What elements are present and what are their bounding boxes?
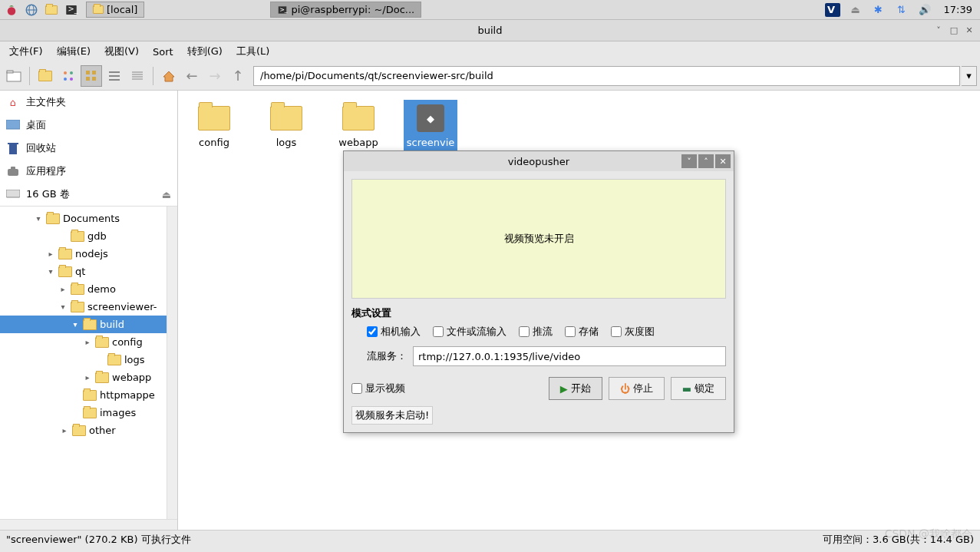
play-icon: ▶ — [560, 383, 568, 395]
svg-rect-29 — [8, 143, 18, 144]
videopusher-dialog: videopusher ˅ ˄ ✕ 视频预览未开启 模式设置 相机输入 文件或流… — [343, 150, 734, 433]
filemanager-icon[interactable] — [43, 2, 60, 18]
up-button[interactable]: ↑ — [227, 65, 249, 87]
menu-view[interactable]: 视图(V) — [98, 41, 145, 61]
mode-settings-label: 模式设置 — [351, 306, 726, 320]
taskbar-local-label: [local] — [107, 4, 137, 15]
checkbox-save[interactable]: 存储 — [565, 325, 599, 339]
place-volume[interactable]: 16 GB 卷⏏ — [0, 183, 177, 206]
view-grid-button[interactable] — [81, 65, 102, 87]
place-home[interactable]: ⌂主文件夹 — [0, 91, 177, 114]
checkbox-file-stream[interactable]: 文件或流输入 — [433, 325, 506, 339]
place-desktop[interactable]: 桌面 — [0, 114, 177, 137]
window-titlebar: build ˅ □ ✕ — [0, 20, 980, 41]
statusbar: "screenviewer" (270.2 KB) 可执行文件 可用空间：3.6… — [0, 530, 980, 548]
checkbox-push[interactable]: 推流 — [519, 325, 553, 339]
network-icon[interactable]: ⇅ — [893, 2, 910, 18]
back-button[interactable]: ← — [181, 65, 203, 87]
browser-icon[interactable] — [23, 2, 40, 18]
menu-goto[interactable]: 转到(G) — [181, 41, 229, 61]
new-tab-button[interactable] — [3, 65, 25, 87]
folder-tree[interactable]: ▾Documents gdb ▸nodejs ▾qt ▸demo ▾screen… — [0, 207, 177, 519]
svg-rect-31 — [11, 167, 15, 170]
place-apps[interactable]: 应用程序 — [0, 160, 177, 183]
dialog-minimize-icon[interactable]: ˅ — [681, 154, 697, 168]
svg-point-15 — [70, 78, 73, 81]
status-left: "screenviewer" (270.2 KB) 可执行文件 — [6, 533, 191, 547]
menu-sort[interactable]: Sort — [147, 43, 180, 61]
svg-text:>_: >_ — [68, 5, 78, 14]
power-icon: ⏻ — [620, 383, 630, 395]
svg-rect-17 — [92, 71, 96, 74]
checkbox-gray[interactable]: 灰度图 — [611, 325, 655, 339]
new-folder-button[interactable] — [35, 65, 56, 87]
checkbox-camera[interactable]: 相机输入 — [367, 325, 421, 339]
checkbox-show-video[interactable]: 显示视频 — [351, 382, 405, 395]
svg-rect-19 — [92, 77, 96, 81]
dialog-titlebar[interactable]: videopusher ˅ ˄ ✕ — [344, 151, 734, 171]
dialog-status: 视频服务未启动! — [351, 406, 433, 425]
sidebar-hscroll[interactable] — [0, 519, 177, 530]
file-item-screenviewer[interactable]: ◆screenvie — [404, 100, 457, 151]
lock-button[interactable]: ▬锁定 — [671, 377, 726, 400]
file-item-logs[interactable]: logs — [259, 100, 313, 151]
sidebar: ⌂主文件夹 桌面 回收站 应用程序 16 GB 卷⏏ ▾Documents gd… — [0, 91, 178, 530]
svg-point-12 — [64, 71, 67, 74]
menu-tools[interactable]: 工具(L) — [230, 41, 276, 61]
volume-icon[interactable]: 🔊 — [916, 2, 933, 18]
eject-icon[interactable]: ⏏ — [847, 2, 864, 18]
taskbar: >_ [local] >_pi@raspberrypi: ~/Doc... V … — [0, 0, 980, 20]
file-item-config[interactable]: config — [187, 100, 241, 151]
dialog-title-text: videopusher — [508, 156, 569, 167]
maximize-icon[interactable]: □ — [948, 25, 960, 37]
svg-rect-18 — [86, 77, 90, 81]
stream-url-input[interactable] — [413, 346, 726, 366]
toolbar: ← → ↑ ▾ — [0, 61, 980, 91]
menu-edit[interactable]: 编辑(E) — [51, 41, 97, 61]
view-icons-button[interactable] — [58, 65, 79, 87]
dialog-close-icon[interactable]: ✕ — [715, 154, 731, 168]
svg-point-13 — [70, 71, 73, 74]
tree-scrollbar[interactable] — [167, 207, 177, 519]
home-button[interactable] — [158, 65, 180, 87]
menu-file[interactable]: 文件(F) — [3, 41, 49, 61]
terminal-icon[interactable]: >_ — [63, 2, 80, 18]
place-trash[interactable]: 回收站 — [0, 137, 177, 160]
path-input[interactable] — [253, 66, 960, 86]
path-dropdown-button[interactable]: ▾ — [962, 66, 977, 86]
view-detail-button[interactable] — [127, 65, 148, 87]
taskbar-app-terminal[interactable]: >_pi@raspberrypi: ~/Doc... — [270, 2, 421, 18]
dialog-maximize-icon[interactable]: ˄ — [698, 154, 714, 168]
lock-icon: ▬ — [682, 383, 691, 395]
svg-rect-32 — [6, 190, 20, 197]
svg-rect-11 — [7, 71, 13, 73]
taskbar-app-local[interactable]: [local] — [86, 2, 144, 18]
vnc-icon[interactable]: V — [824, 2, 841, 18]
bluetooth-icon[interactable]: ✱ — [870, 2, 887, 18]
forward-button[interactable]: → — [204, 65, 226, 87]
stream-service-label: 流服务： — [367, 349, 407, 363]
video-preview: 视频预览未开启 — [351, 179, 726, 299]
window-title-text: build — [478, 25, 503, 36]
taskbar-terminal-label: pi@raspberrypi: ~/Doc... — [291, 4, 414, 15]
tree-item-build: ▾build — [0, 316, 177, 333]
raspberry-menu-icon[interactable] — [3, 2, 20, 18]
menubar: 文件(F) 编辑(E) 视图(V) Sort 转到(G) 工具(L) — [0, 41, 980, 61]
close-icon[interactable]: ✕ — [963, 25, 975, 37]
eject-volume-icon[interactable]: ⏏ — [162, 189, 171, 200]
view-list-button[interactable] — [104, 65, 125, 87]
svg-text:>_: >_ — [280, 5, 288, 12]
svg-point-0 — [8, 7, 16, 15]
stop-button[interactable]: ⏻停止 — [609, 377, 665, 400]
svg-rect-30 — [8, 169, 18, 176]
file-item-webapp[interactable]: webapp — [332, 100, 385, 151]
svg-rect-27 — [6, 120, 20, 129]
status-right: 可用空间：3.6 GB(共：14.4 GB) — [823, 533, 974, 547]
minimize-icon[interactable]: ˅ — [932, 25, 945, 37]
svg-text:V: V — [827, 4, 835, 15]
clock[interactable]: 17:39 — [939, 4, 977, 15]
svg-rect-28 — [9, 144, 17, 154]
start-button[interactable]: ▶开始 — [549, 377, 602, 400]
svg-rect-10 — [7, 72, 21, 81]
svg-rect-16 — [86, 71, 90, 74]
